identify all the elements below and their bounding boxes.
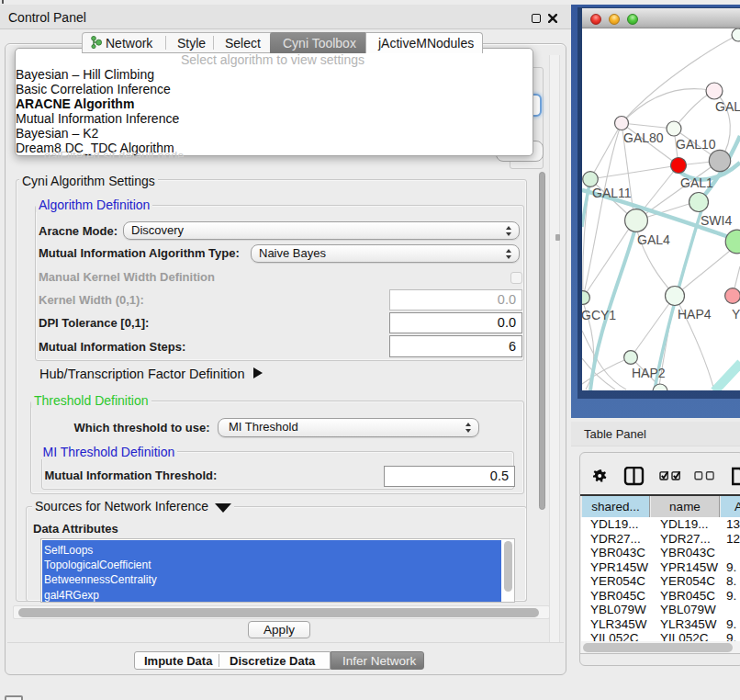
svg-text:GAL2: GAL2 bbox=[715, 99, 740, 114]
svg-text:GAL80: GAL80 bbox=[623, 130, 664, 145]
svg-text:GCY1: GCY1 bbox=[582, 308, 616, 322]
svg-text:HAP2: HAP2 bbox=[632, 366, 666, 380]
svg-text:GAL4: GAL4 bbox=[637, 232, 670, 247]
svg-text:HAP4: HAP4 bbox=[678, 307, 712, 322]
svg-text:Y: Y bbox=[732, 307, 740, 322]
svg-text:GAL1: GAL1 bbox=[680, 175, 713, 190]
svg-text:GAL11: GAL11 bbox=[592, 186, 632, 200]
svg-text:GAL10: GAL10 bbox=[676, 137, 716, 152]
svg-text:SWI4: SWI4 bbox=[701, 213, 732, 228]
